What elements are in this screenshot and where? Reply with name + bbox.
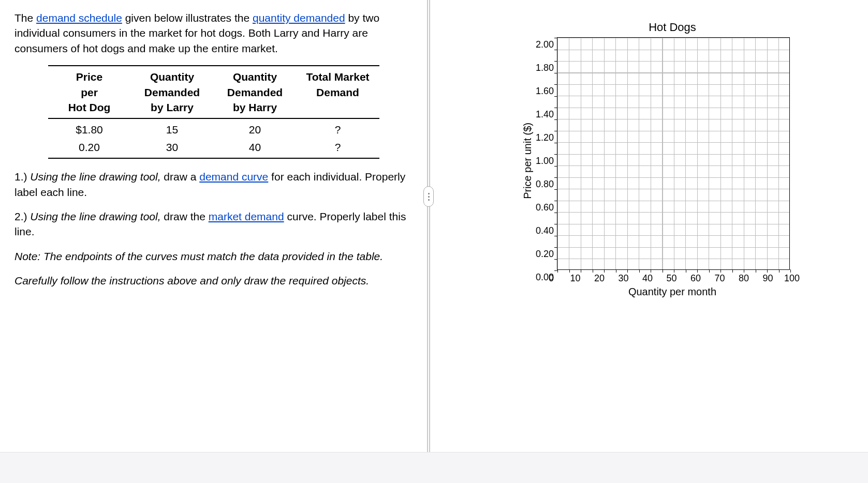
q1-tool: Using the line drawing tool,	[30, 171, 160, 183]
table-row: $1.80 15 20 ?	[48, 118, 379, 138]
hdr: by Larry	[151, 101, 194, 113]
hdr: Hot Dog	[68, 101, 111, 113]
hdr: Price	[76, 71, 102, 83]
col-total-header: Total Market Demand	[297, 66, 379, 118]
link-demand-curve[interactable]: demand curve	[199, 171, 268, 183]
question-2: 2.) Using the line drawing tool, draw th…	[14, 209, 413, 239]
col-price-header: Price per Hot Dog	[48, 66, 131, 118]
hdr: Demanded	[227, 86, 283, 98]
y-axis-label: Price per unit ($)	[522, 123, 534, 199]
demand-schedule-table: Price per Hot Dog Quantity Demanded by L…	[48, 65, 379, 159]
link-demand-schedule[interactable]: demand schedule	[36, 12, 122, 24]
cell-price: $1.80	[48, 118, 131, 138]
cell-larry: 15	[131, 118, 214, 138]
hdr: Quantity	[150, 71, 194, 83]
cell-price: 0.20	[48, 139, 131, 158]
hdr: Demand	[316, 86, 359, 98]
y-axis-ticks: 2.00 1.80 1.60 1.40 1.20 1.00 0.80 0.60 …	[536, 44, 555, 277]
link-quantity-demanded[interactable]: quantity demanded	[253, 12, 345, 24]
q2-tool: Using the line drawing tool,	[30, 210, 160, 222]
hdr: Demanded	[144, 86, 200, 98]
table-row: 0.20 30 40 ?	[48, 139, 379, 158]
chart-grid[interactable]	[557, 37, 790, 270]
col-larry-header: Quantity Demanded by Larry	[131, 66, 214, 118]
col-harry-header: Quantity Demanded by Harry	[214, 66, 297, 118]
x-axis-ticks: 0 10 20 30 40 50 60 70 80 90 100	[551, 273, 792, 284]
intro-text-a: The	[14, 12, 36, 24]
hdr: by Harry	[233, 101, 277, 113]
question-1: 1.) Using the line drawing tool, draw a …	[14, 169, 413, 200]
hdr: per	[81, 86, 98, 98]
bottom-toolbar	[0, 452, 868, 483]
x-axis-label: Quantity per month	[628, 286, 716, 298]
intro-text: The demand schedule given below illustra…	[14, 10, 413, 56]
question-panel: The demand schedule given below illustra…	[0, 0, 427, 483]
chart: Hot Dogs Price per unit ($) 2.00 1.80 1.…	[522, 21, 792, 298]
q2-b: draw the	[161, 210, 209, 222]
cell-harry: 40	[214, 139, 297, 158]
hdr: Quantity	[233, 71, 277, 83]
q2-num: 2.)	[14, 210, 30, 222]
graph-panel: Hot Dogs Price per unit ($) 2.00 1.80 1.…	[430, 0, 868, 483]
cell-larry: 30	[131, 139, 214, 158]
note-text: Note: The endpoints of the curves must m…	[14, 249, 413, 264]
intro-text-b: given below illustrates the	[122, 12, 253, 24]
link-market-demand[interactable]: market demand	[209, 210, 284, 222]
cell-total: ?	[297, 139, 379, 158]
cell-harry: 20	[214, 118, 297, 138]
careful-text: Carefully follow the instructions above …	[14, 273, 413, 288]
q1-b: draw a	[161, 171, 200, 183]
q1-num: 1.)	[14, 171, 30, 183]
drag-handle-icon[interactable]	[423, 186, 434, 207]
chart-title: Hot Dogs	[649, 21, 696, 34]
hdr: Total Market	[306, 71, 369, 83]
panel-divider[interactable]	[427, 0, 430, 483]
cell-total: ?	[297, 118, 379, 138]
